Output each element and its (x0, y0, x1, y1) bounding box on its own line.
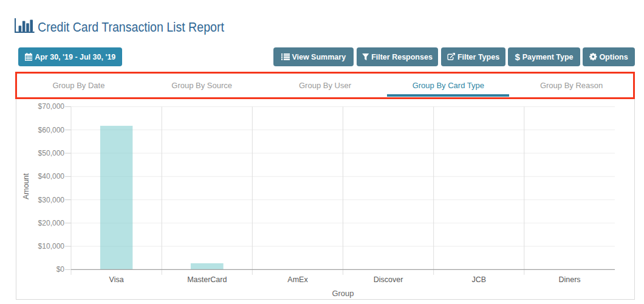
svg-text:Visa: Visa (109, 275, 124, 284)
svg-text:$70,000: $70,000 (38, 102, 65, 111)
svg-text:MasterCard: MasterCard (187, 275, 227, 284)
svg-text:$40,000: $40,000 (38, 172, 65, 181)
svg-text:$30,000: $30,000 (38, 196, 65, 204)
svg-text:Group: Group (332, 289, 354, 298)
svg-text:$10,000: $10,000 (38, 242, 65, 250)
svg-text:$50,000: $50,000 (38, 149, 65, 157)
svg-text:Diners: Diners (558, 275, 580, 284)
svg-text:AmEx: AmEx (287, 275, 308, 284)
svg-text:$20,000: $20,000 (38, 219, 65, 227)
svg-text:Amount: Amount (22, 173, 30, 199)
svg-text:$60,000: $60,000 (38, 126, 65, 134)
svg-text:$0: $0 (57, 265, 65, 274)
svg-text:Discover: Discover (374, 275, 403, 284)
svg-text:JCB: JCB (471, 275, 486, 284)
